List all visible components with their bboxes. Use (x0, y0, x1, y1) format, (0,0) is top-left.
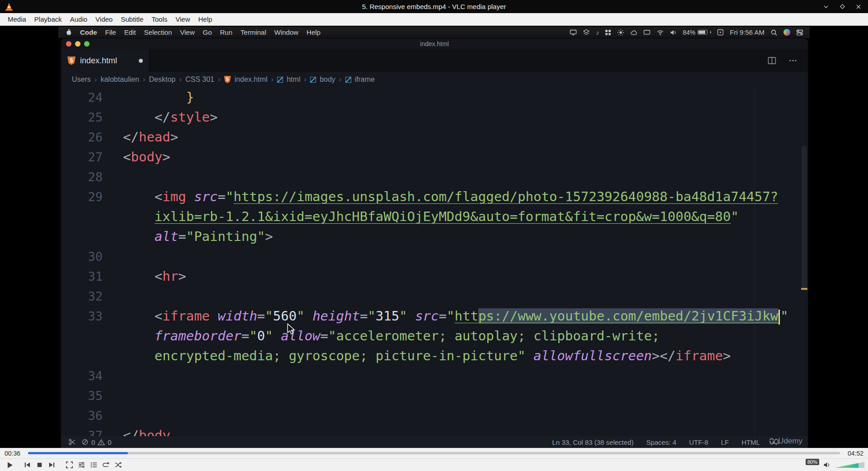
shuffle-button[interactable] (112, 460, 124, 471)
speaker-icon (823, 462, 830, 468)
breadcrumb-item-index-html: index.html (235, 75, 268, 84)
code-token: < (155, 308, 162, 324)
vlc-menu-playback[interactable]: Playback (30, 15, 66, 23)
mouse-cursor (287, 323, 296, 335)
code-token: height (312, 308, 360, 324)
symbol-cube-icon (345, 77, 351, 83)
seek-row: 00:36 04:52 (0, 448, 868, 458)
code-token: ixlib=rb-1.2.1&ixid=eyJhcHBfaWQiOjEyMDd9… (155, 209, 731, 224)
vlc-menu-video[interactable]: Video (91, 15, 117, 23)
code-line: <img src="https://images.unsplash.com/fl… (123, 189, 778, 204)
line-number: 29 (61, 187, 103, 207)
code-token: </ (123, 129, 139, 145)
code-token: > (265, 229, 273, 244)
minimize-button[interactable] (821, 2, 831, 11)
volume-slider[interactable] (835, 462, 864, 468)
line-number: 26 (61, 127, 103, 147)
text-cursor (778, 310, 780, 325)
statusbar-right: Ln 33, Col 83 (38 selected)Spaces: 4UTF-… (552, 438, 780, 446)
elapsed-time: 00:36 (5, 450, 24, 457)
vlc-menu-tools[interactable]: Tools (147, 15, 171, 23)
code-row: 37</body (61, 425, 808, 436)
vlc-menu-audio[interactable]: Audio (66, 15, 91, 23)
vlc-menu-view[interactable]: View (171, 15, 194, 23)
playlist-button[interactable] (88, 460, 100, 471)
vlc-menu-help[interactable]: Help (194, 15, 217, 23)
line-number: 27 (61, 147, 103, 167)
code-line: </head> (123, 129, 178, 145)
screen-mirroring-icon (570, 29, 577, 36)
code-token: = (360, 308, 368, 324)
code-token (123, 308, 155, 324)
code-row: 32 (61, 286, 808, 306)
udemy-watermark: Udemy (768, 437, 802, 446)
mac-clock: Fri 9:56 AM (730, 28, 764, 36)
cloud-icon (630, 29, 637, 36)
code-row: 29 <img src="https://images.unsplash.com… (61, 187, 808, 207)
code-token: > (170, 129, 178, 145)
status-spaces-: Spaces: 4 (646, 438, 676, 446)
warnings-count: 0 (108, 438, 111, 446)
code-row: 34 (61, 366, 808, 386)
play-button[interactable] (4, 460, 16, 471)
stop-button[interactable] (33, 460, 46, 471)
extended-settings-button[interactable] (75, 460, 88, 471)
next-button[interactable] (46, 460, 58, 471)
breadcrumb-item-html: html (287, 75, 300, 84)
seek-slider[interactable] (28, 452, 840, 454)
chevron-right-icon: › (179, 75, 182, 84)
close-button[interactable] (854, 2, 863, 11)
apple-icon (65, 28, 71, 36)
code-row: encrypted-media; gyroscope; picture-in-p… (61, 346, 808, 366)
code-token: 0 (257, 328, 265, 344)
statusbar-items: Ln 33, Col 83 (38 selected)Spaces: 4UTF-… (552, 438, 760, 446)
code-token: htt (454, 308, 478, 324)
loop-button[interactable] (100, 460, 112, 471)
code-line: <iframe width="560" height="315" src="ht… (123, 308, 788, 324)
code-token (123, 348, 155, 363)
seek-fill (28, 452, 128, 454)
line-number: 28 (61, 167, 103, 187)
mac-menu: CodeFileEditSelectionViewGoRunTerminalWi… (76, 28, 325, 36)
code-token: = (178, 229, 186, 244)
mac-menu-code: Code (76, 28, 101, 36)
video-area[interactable]: CodeFileEditSelectionViewGoRunTerminalWi… (0, 26, 868, 448)
maximize-button[interactable] (837, 2, 847, 11)
siri-icon (783, 29, 790, 36)
code-token: ></ (652, 348, 675, 363)
code-line: </style> (123, 109, 218, 125)
code-row: 28 (61, 167, 808, 187)
code-row: 27<body> (61, 147, 808, 167)
code-token (305, 308, 312, 324)
status-ln: Ln 33, Col 83 (38 selected) (552, 438, 633, 446)
line-number: 32 (61, 287, 103, 306)
code-line: </body (123, 428, 170, 436)
code-line: <body> (123, 149, 170, 165)
code-token (186, 189, 194, 204)
chevron-right-icon: › (143, 75, 146, 84)
mac-menu-terminal: Terminal (236, 28, 270, 36)
fullscreen-button[interactable] (63, 460, 75, 471)
udemy-label: Udemy (778, 437, 802, 446)
symbol-cube-icon (310, 77, 316, 83)
code-token: > (723, 348, 731, 363)
previous-button[interactable] (21, 460, 33, 471)
vlc-menu-subtitle[interactable]: Subtitle (117, 15, 147, 23)
mac-menu-help: Help (302, 28, 325, 36)
modified-dot-icon (139, 59, 143, 63)
code-token: allowfullscreen (533, 348, 652, 363)
breadcrumb-item-users: Users (72, 75, 91, 84)
code-token (123, 229, 155, 244)
battery-indicator: 84% (683, 29, 711, 36)
music-icon: ♪ (596, 29, 599, 36)
vlc-menu-media[interactable]: Media (4, 15, 30, 23)
code-token: frameborder (155, 328, 241, 344)
mac-menu-window: Window (270, 28, 302, 36)
breadcrumb-item-iframe: iframe (355, 75, 375, 84)
scrollbar-modified-marker (801, 288, 807, 290)
code-token: " (399, 308, 407, 324)
code-line: <hr> (123, 268, 186, 284)
chevron-right-icon: › (218, 75, 221, 84)
code-token: src (194, 189, 217, 204)
vlc-titlebar[interactable]: 5. Responsive embeds.mp4 - VLC media pla… (0, 0, 868, 13)
